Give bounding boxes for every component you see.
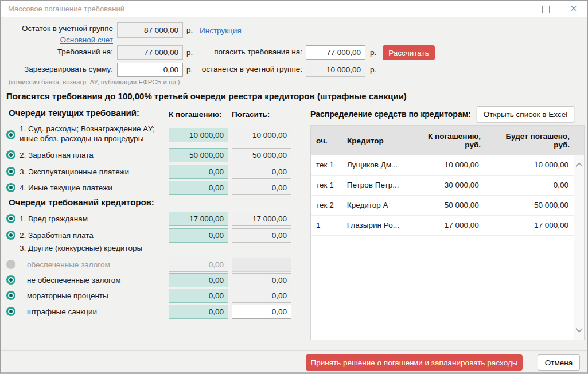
- reserve-hint: (комиссия банка, вознагр. АУ, публикации…: [9, 79, 180, 85]
- cell-to-repay: 10 000,00: [406, 155, 485, 175]
- queue-row: мораторные проценты: [1, 289, 305, 303]
- scroll-up-icon[interactable]: [575, 162, 583, 170]
- queue-row: 4. Иные текущие платежи: [1, 181, 305, 195]
- maximize-icon[interactable]: [542, 6, 550, 13]
- cell-to-repay: 50 000,00: [406, 196, 485, 215]
- remain-label: останется в учетной группе:: [190, 65, 302, 73]
- queue-label: 1. Суд. расходы; Вознаграждение АУ; иные…: [20, 124, 164, 143]
- radio-icon[interactable]: [6, 275, 15, 285]
- to-repay-field: [169, 165, 228, 179]
- repay-field: [232, 148, 291, 162]
- table-row[interactable]: тек 1 Лущиков Дм... 10 000,00 10 000,00: [311, 155, 574, 176]
- column-header-creditor: Кредитор: [341, 126, 407, 155]
- radio-icon[interactable]: [6, 307, 15, 316]
- distribution-title: Распределение средств по кредиторам:: [310, 110, 471, 119]
- to-repay-field: [169, 305, 228, 319]
- calculate-button[interactable]: Рассчитать: [383, 45, 435, 60]
- queue-label: 4. Иные текущие платежи: [20, 181, 112, 195]
- to-repay-field: [169, 128, 228, 142]
- cell-queue: 1: [311, 216, 341, 235]
- cell-will-repay: 0,00: [485, 176, 574, 195]
- creditors-table: оч. Кредитор К погашению, руб. Будет пог…: [310, 125, 585, 340]
- repay-field: [232, 273, 291, 287]
- queue-row: 1. Суд. расходы; Вознаграждение АУ; иные…: [1, 128, 305, 142]
- repay-field: [232, 181, 291, 195]
- table-row[interactable]: тек 1 Петров Петр... 30 000,00 0,00: [311, 176, 574, 196]
- reserve-field[interactable]: [117, 63, 183, 77]
- reserve-label: Зарезервировать сумму:: [6, 65, 113, 73]
- creditor-queues-header: Очереди требований кредиторов:: [9, 197, 154, 207]
- currency-label: р.: [370, 65, 376, 74]
- footer-divider: [1, 350, 587, 351]
- queue-label: штрафные санкции: [27, 305, 97, 319]
- radio-icon[interactable]: [6, 130, 15, 139]
- queue-label: не обеспеченные залогом: [27, 273, 121, 287]
- queue-label: 3. Эксплуатационные платежи: [20, 165, 129, 179]
- close-icon[interactable]: ✕: [568, 3, 579, 14]
- other-creditors-subheader: 3. Другие (конкурсные) кредиторы: [20, 244, 142, 252]
- cell-creditor: Глазырин Ро...: [341, 216, 407, 235]
- cell-queue: тек 1: [311, 155, 341, 175]
- queue-label: мораторные проценты: [27, 289, 108, 303]
- currency-label: р.: [370, 48, 376, 57]
- mass-repayment-dialog: Массовое погашение требований ✕ Остаток …: [0, 0, 588, 374]
- queue-row: не обеспеченные залогом: [1, 273, 305, 287]
- radio-icon[interactable]: [6, 167, 15, 176]
- repay-field: [232, 128, 291, 142]
- to-repay-field: [169, 273, 228, 287]
- scroll-down-icon[interactable]: [575, 325, 583, 333]
- queue-row: 2. Заработная плата: [1, 148, 305, 162]
- open-excel-button[interactable]: Открыть список в Excel: [477, 106, 574, 122]
- instruction-link[interactable]: Инструкция: [200, 26, 242, 35]
- table-row[interactable]: тек 2 Кредитор А 50 000,00 50 000,00: [311, 196, 574, 216]
- to-repay-field: [169, 258, 228, 272]
- radio-icon: [6, 260, 15, 269]
- cell-will-repay: 17 000,00: [485, 216, 574, 235]
- table-row[interactable]: 1 Глазырин Ро... 17 000,00 17 000,00: [311, 216, 574, 236]
- queue-row: обеспеченные залогом: [1, 258, 305, 272]
- to-repay-column-header: К погашению:: [169, 110, 222, 119]
- table-scrollbar[interactable]: [574, 155, 584, 340]
- repay-field: [232, 289, 291, 303]
- cancel-button[interactable]: Отмена: [538, 354, 580, 371]
- window-title: Массовое погашение требований: [8, 5, 124, 13]
- current-queues-header: Очереди текущих требований:: [9, 108, 139, 118]
- main-account-link[interactable]: Основной счет: [60, 36, 113, 44]
- radio-icon[interactable]: [6, 214, 15, 223]
- accept-decision-button[interactable]: Принять решение о погашении и запланиров…: [306, 354, 523, 371]
- claims-field: [117, 45, 183, 60]
- repay-field[interactable]: [232, 305, 291, 319]
- to-repay-field: [169, 148, 228, 162]
- to-repay-field: [169, 289, 228, 303]
- cell-will-repay: 10 000,00: [485, 155, 574, 175]
- repay-field: [232, 258, 291, 272]
- cell-queue: тек 1: [311, 176, 341, 195]
- title-bar: Массовое погашение требований ✕: [1, 1, 587, 17]
- repay-field: [232, 165, 291, 179]
- queue-row: 1. Вред гражданам: [1, 212, 305, 226]
- balance-label: Остаток в учетной группе: [6, 24, 113, 33]
- cell-queue: тек 2: [311, 196, 341, 215]
- queue-label: 2. Заработная плата: [20, 148, 94, 162]
- cell-will-repay: 50 000,00: [485, 196, 574, 215]
- table-body: тек 1 Лущиков Дм... 10 000,00 10 000,00 …: [311, 155, 574, 340]
- currency-label: р.: [186, 26, 193, 34]
- table-header: оч. Кредитор К погашению, руб. Будет пог…: [311, 126, 584, 155]
- repay-field: [232, 212, 291, 226]
- to-repay-field: [169, 228, 228, 243]
- repay-amount-field[interactable]: [306, 45, 365, 60]
- queue-label: обеспеченные залогом: [27, 258, 110, 272]
- radio-icon[interactable]: [6, 291, 15, 300]
- cell-to-repay: 30 000,00: [406, 176, 485, 195]
- queue-row: штрафные санкции: [1, 305, 305, 319]
- queue-row: 3. Эксплуатационные платежи: [1, 165, 305, 179]
- radio-icon[interactable]: [6, 183, 15, 192]
- repayment-summary: Погасятся требования до 100,00% третьей …: [6, 91, 407, 101]
- to-repay-field: [169, 181, 228, 195]
- radio-icon[interactable]: [6, 150, 15, 159]
- column-header-queue: оч.: [311, 126, 341, 155]
- claims-label: Требований на:: [6, 48, 113, 56]
- column-header-will-repay: Будет погашено, руб.: [486, 126, 575, 155]
- queue-label: 2. Заработная плата: [20, 228, 94, 243]
- radio-icon[interactable]: [6, 231, 15, 240]
